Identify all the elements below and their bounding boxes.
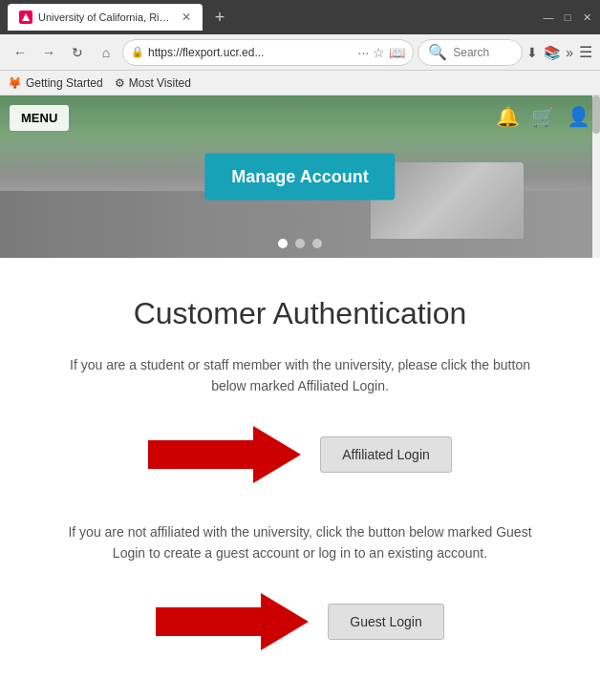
carousel-dot-2[interactable]	[295, 239, 305, 248]
nav-bar: ← → ↻ ⌂ 🔒 https://flexport.ucr.ed... ···…	[0, 34, 600, 71]
tab-title: University of California, Rivers...	[38, 11, 172, 23]
notification-bell-icon[interactable]: 🔔	[496, 105, 520, 128]
address-bar[interactable]: 🔒 https://flexport.ucr.ed... ··· ☆ 📖	[122, 39, 414, 66]
auth-description-2: If you are not affiliated with the unive…	[57, 521, 543, 564]
search-placeholder: Search	[453, 46, 489, 59]
scrollbar-track	[592, 95, 600, 258]
svg-marker-0	[148, 426, 301, 483]
active-tab[interactable]: University of California, Rivers... ✕	[8, 4, 203, 31]
manage-account-button[interactable]: Manage Account	[204, 154, 395, 201]
home-button[interactable]: ⌂	[94, 40, 118, 65]
forward-button[interactable]: →	[36, 40, 61, 65]
address-more-icon[interactable]: ···	[358, 45, 370, 60]
search-icon: 🔍	[428, 43, 447, 61]
menu-button[interactable]: MENU	[10, 105, 69, 131]
tab-favicon	[19, 11, 32, 24]
carousel-dot-3[interactable]	[312, 239, 322, 248]
user-profile-icon[interactable]: 👤	[567, 105, 590, 128]
close-button[interactable]: ✕	[581, 11, 592, 23]
search-box[interactable]: 🔍 Search	[418, 39, 523, 66]
bookmark-star-icon[interactable]: ☆	[373, 45, 385, 60]
minimize-button[interactable]: —	[543, 11, 554, 23]
star-icon: ⚙	[115, 76, 125, 90]
carousel-dot-1[interactable]	[278, 239, 288, 248]
header-icons: 🔔 🛒 👤	[496, 105, 590, 128]
menu-bar: MENU	[10, 105, 69, 131]
page-content: MENU 🔔 🛒 👤 Manage Account Customer Authe…	[0, 95, 600, 700]
guest-arrow-icon	[156, 593, 309, 650]
refresh-button[interactable]: ↻	[65, 40, 90, 65]
window-controls: — □ ✕	[543, 11, 592, 23]
affiliated-login-row: Affiliated Login	[57, 426, 543, 483]
affiliated-login-button[interactable]: Affiliated Login	[320, 436, 452, 473]
shopping-cart-icon[interactable]: 🛒	[531, 105, 555, 128]
auth-section: Customer Authentication If you are a stu…	[0, 258, 600, 700]
tab-bar: University of California, Rivers... ✕ + …	[0, 0, 600, 34]
browser-menu-icon[interactable]: ☰	[579, 43, 592, 61]
tab-close-button[interactable]: ✕	[182, 11, 191, 24]
new-tab-button[interactable]: +	[206, 4, 233, 31]
auth-title: Customer Authentication	[57, 296, 543, 331]
lock-icon: 🔒	[131, 46, 144, 58]
download-icon[interactable]: ⬇	[526, 45, 538, 60]
maximize-button[interactable]: □	[562, 11, 573, 23]
address-text: https://flexport.ucr.ed...	[148, 46, 354, 59]
auth-description-1: If you are a student or staff member wit…	[57, 354, 543, 397]
hero-carousel: MENU 🔔 🛒 👤 Manage Account	[0, 95, 600, 258]
reader-mode-icon[interactable]: 📖	[389, 45, 405, 60]
bookmarks-bar: 🦊 Getting Started ⚙ Most Visited	[0, 71, 600, 95]
back-button[interactable]: ←	[8, 40, 32, 65]
most-visited-bookmark[interactable]: ⚙ Most Visited	[115, 76, 191, 90]
scrollbar-thumb[interactable]	[592, 95, 600, 134]
fire-icon: 🦊	[8, 76, 22, 90]
toolbar-icons: ⬇ 📚 » ☰	[526, 43, 592, 61]
carousel-dots	[278, 239, 322, 248]
extensions-icon[interactable]: »	[566, 45, 573, 60]
guest-login-button[interactable]: Guest Login	[328, 604, 444, 640]
affiliated-arrow-icon	[148, 426, 301, 483]
svg-marker-1	[156, 593, 309, 650]
library-icon[interactable]: 📚	[544, 45, 560, 60]
guest-login-row: Guest Login	[57, 593, 543, 650]
getting-started-bookmark[interactable]: 🦊 Getting Started	[8, 76, 103, 90]
